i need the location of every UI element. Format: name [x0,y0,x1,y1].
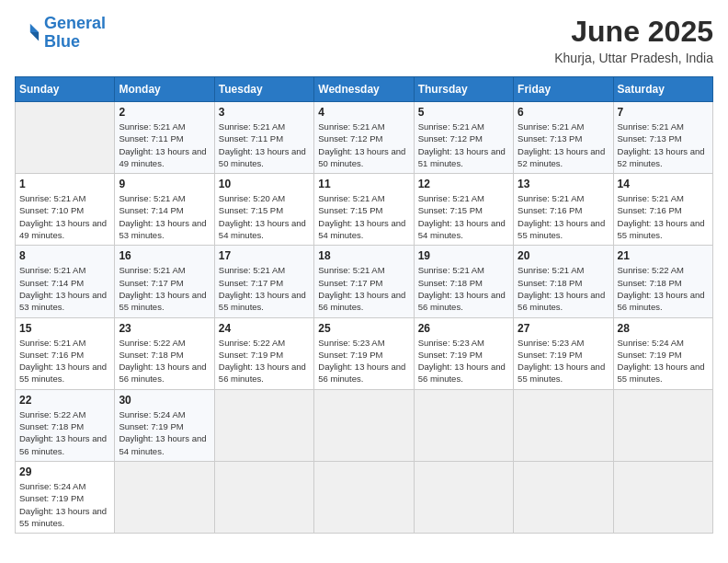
page-header: General Blue June 2025 Khurja, Uttar Pra… [15,15,713,65]
calendar-cell: 7Sunrise: 5:21 AMSunset: 7:13 PMDaylight… [613,102,712,174]
calendar-cell: 3Sunrise: 5:21 AMSunset: 7:11 PMDaylight… [214,102,313,174]
day-number: 8 [19,249,110,262]
day-number: 14 [618,178,709,190]
calendar-cell [214,389,313,461]
day-info: Sunrise: 5:22 AMSunset: 7:19 PMDaylight:… [219,337,310,385]
logo-icon [15,20,40,46]
calendar-cell: 18Sunrise: 5:21 AMSunset: 7:17 PMDayligh… [314,246,414,317]
col-friday: Friday [514,77,613,102]
calendar-cell: 8Sunrise: 5:21 AMSunset: 7:14 PMDaylight… [16,246,115,317]
calendar-cell: 1Sunrise: 5:21 AMSunset: 7:10 PMDaylight… [16,174,115,246]
day-info: Sunrise: 5:21 AMSunset: 7:11 PMDaylight:… [219,121,310,169]
calendar-cell: 4Sunrise: 5:21 AMSunset: 7:12 PMDaylight… [314,102,414,174]
day-info: Sunrise: 5:23 AMSunset: 7:19 PMDaylight:… [418,337,509,385]
day-info: Sunrise: 5:21 AMSunset: 7:16 PMDaylight:… [518,192,609,241]
col-saturday: Saturday [613,77,712,102]
day-number: 24 [219,322,310,335]
calendar-cell: 30Sunrise: 5:24 AMSunset: 7:19 PMDayligh… [115,389,214,461]
day-number: 4 [318,106,409,119]
svg-marker-0 [30,24,39,32]
day-number: 12 [418,178,509,190]
calendar-cell: 11Sunrise: 5:21 AMSunset: 7:15 PMDayligh… [314,174,414,246]
day-number: 21 [618,249,709,262]
header-row: Sunday Monday Tuesday Wednesday Thursday… [16,77,713,102]
day-info: Sunrise: 5:23 AMSunset: 7:19 PMDaylight:… [518,337,609,385]
calendar-cell: 26Sunrise: 5:23 AMSunset: 7:19 PMDayligh… [414,317,513,389]
day-number: 22 [19,394,110,407]
calendar-cell [16,102,115,174]
calendar-cell: 28Sunrise: 5:24 AMSunset: 7:19 PMDayligh… [613,317,712,389]
calendar-cell: 29Sunrise: 5:24 AMSunset: 7:19 PMDayligh… [16,461,115,533]
calendar-cell: 23Sunrise: 5:22 AMSunset: 7:18 PMDayligh… [115,317,214,389]
calendar-cell [314,461,414,533]
calendar-cell: 25Sunrise: 5:23 AMSunset: 7:19 PMDayligh… [314,317,414,389]
day-info: Sunrise: 5:21 AMSunset: 7:13 PMDaylight:… [518,121,609,169]
calendar-week-5: 29Sunrise: 5:24 AMSunset: 7:19 PMDayligh… [16,461,713,533]
day-info: Sunrise: 5:23 AMSunset: 7:19 PMDaylight:… [318,337,409,385]
day-number: 9 [119,178,210,190]
calendar-cell: 5Sunrise: 5:21 AMSunset: 7:12 PMDaylight… [414,102,513,174]
day-number: 18 [318,249,409,262]
calendar-title: June 2025 [554,15,713,49]
calendar-week-4: 22Sunrise: 5:22 AMSunset: 7:18 PMDayligh… [16,389,713,461]
svg-marker-1 [30,32,39,40]
calendar-cell: 24Sunrise: 5:22 AMSunset: 7:19 PMDayligh… [214,317,313,389]
day-number: 30 [119,394,210,407]
calendar-cell: 13Sunrise: 5:21 AMSunset: 7:16 PMDayligh… [514,174,613,246]
calendar-cell: 20Sunrise: 5:21 AMSunset: 7:18 PMDayligh… [514,246,613,317]
calendar-cell: 6Sunrise: 5:21 AMSunset: 7:13 PMDaylight… [514,102,613,174]
calendar-cell [514,461,613,533]
day-info: Sunrise: 5:21 AMSunset: 7:14 PMDaylight:… [119,192,210,241]
day-number: 19 [418,249,509,262]
calendar-cell: 22Sunrise: 5:22 AMSunset: 7:18 PMDayligh… [16,389,115,461]
day-number: 23 [119,322,210,335]
calendar-cell [115,461,214,533]
day-number: 7 [618,106,709,119]
calendar-cell [613,461,712,533]
day-info: Sunrise: 5:21 AMSunset: 7:17 PMDaylight:… [219,264,310,313]
calendar-cell [214,461,313,533]
col-thursday: Thursday [414,77,513,102]
day-info: Sunrise: 5:21 AMSunset: 7:11 PMDaylight:… [119,121,210,169]
day-number: 25 [318,322,409,335]
title-block: June 2025 Khurja, Uttar Pradesh, India [554,15,713,65]
day-number: 17 [219,249,310,262]
day-info: Sunrise: 5:22 AMSunset: 7:18 PMDaylight:… [119,337,210,385]
day-number: 6 [518,106,609,119]
col-tuesday: Tuesday [214,77,313,102]
day-number: 5 [418,106,509,119]
col-wednesday: Wednesday [314,77,414,102]
calendar-cell [514,389,613,461]
calendar-cell: 14Sunrise: 5:21 AMSunset: 7:16 PMDayligh… [613,174,712,246]
day-info: Sunrise: 5:24 AMSunset: 7:19 PMDaylight:… [618,337,709,385]
logo-text: General Blue [44,15,106,52]
calendar-cell: 16Sunrise: 5:21 AMSunset: 7:17 PMDayligh… [115,246,214,317]
day-info: Sunrise: 5:21 AMSunset: 7:16 PMDaylight:… [618,192,709,241]
calendar-cell: 12Sunrise: 5:21 AMSunset: 7:15 PMDayligh… [414,174,513,246]
calendar-subtitle: Khurja, Uttar Pradesh, India [554,51,713,65]
day-info: Sunrise: 5:24 AMSunset: 7:19 PMDaylight:… [119,408,210,457]
calendar-cell [414,461,513,533]
day-info: Sunrise: 5:21 AMSunset: 7:15 PMDaylight:… [318,192,409,241]
calendar-week-3: 15Sunrise: 5:21 AMSunset: 7:16 PMDayligh… [16,317,713,389]
calendar-week-2: 8Sunrise: 5:21 AMSunset: 7:14 PMDaylight… [16,246,713,317]
day-number: 26 [418,322,509,335]
calendar-week-1: 1Sunrise: 5:21 AMSunset: 7:10 PMDaylight… [16,174,713,246]
calendar-cell: 10Sunrise: 5:20 AMSunset: 7:15 PMDayligh… [214,174,313,246]
calendar-cell: 21Sunrise: 5:22 AMSunset: 7:18 PMDayligh… [613,246,712,317]
calendar-cell: 27Sunrise: 5:23 AMSunset: 7:19 PMDayligh… [514,317,613,389]
calendar-cell: 17Sunrise: 5:21 AMSunset: 7:17 PMDayligh… [214,246,313,317]
day-info: Sunrise: 5:21 AMSunset: 7:10 PMDaylight:… [19,192,110,241]
calendar-week-0: 2Sunrise: 5:21 AMSunset: 7:11 PMDaylight… [16,102,713,174]
day-info: Sunrise: 5:21 AMSunset: 7:14 PMDaylight:… [19,264,110,313]
calendar-cell [314,389,414,461]
day-info: Sunrise: 5:21 AMSunset: 7:18 PMDaylight:… [518,264,609,313]
day-info: Sunrise: 5:22 AMSunset: 7:18 PMDaylight:… [618,264,709,313]
day-number: 28 [618,322,709,335]
day-number: 15 [19,322,110,335]
col-monday: Monday [115,77,214,102]
day-number: 2 [119,106,210,119]
day-info: Sunrise: 5:21 AMSunset: 7:15 PMDaylight:… [418,192,509,241]
day-info: Sunrise: 5:24 AMSunset: 7:19 PMDaylight:… [19,480,110,529]
day-info: Sunrise: 5:20 AMSunset: 7:15 PMDaylight:… [219,192,310,241]
